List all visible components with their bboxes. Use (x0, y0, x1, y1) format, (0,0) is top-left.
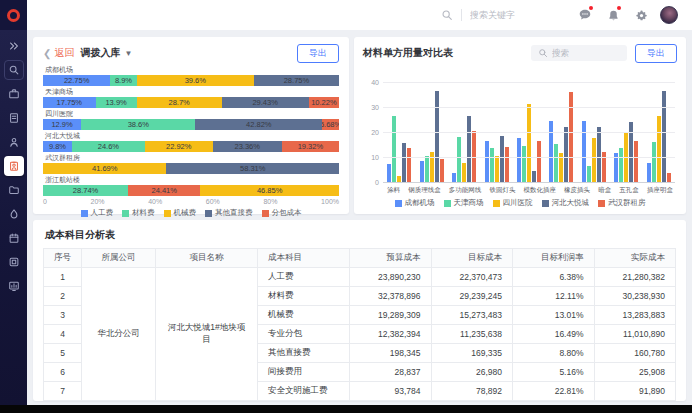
transfer-bar: 22.75%8.9%39.6%28.75% (43, 75, 339, 86)
bar-group (549, 83, 573, 183)
transfer-bar-row: 成都机场22.75%8.9%39.6%28.75% (43, 66, 339, 86)
legend-item[interactable]: 机械费 (164, 208, 197, 218)
legend-item[interactable]: 河北大悦城 (542, 198, 590, 208)
axis-tick-label: 100% (321, 198, 339, 205)
cell-actual: 25,908 (594, 363, 676, 382)
sidebar-item-packages[interactable] (4, 252, 24, 272)
axis-tick-label: 0 (363, 179, 379, 186)
export-button[interactable]: 导出 (635, 44, 677, 63)
column-header: 成本科目 (258, 249, 350, 268)
bar (387, 164, 391, 183)
legend-swatch (81, 210, 88, 217)
legend-item[interactable]: 分包成本 (262, 208, 302, 218)
transfer-bar-label: 四川医院 (43, 110, 339, 118)
segment-value: 29.43% (252, 98, 277, 107)
bar-segment: 24.6% (72, 141, 145, 152)
material-panel: 材料单方用量对比表 导出 010203040 涂料钢质理线盒多功能网线铁圆灯头模… (354, 37, 686, 214)
legend-item[interactable]: 材料费 (122, 208, 155, 218)
user-avatar[interactable] (660, 6, 678, 24)
search-icon[interactable] (441, 9, 453, 21)
bar-group (517, 83, 541, 183)
legend-item[interactable]: 成都机场 (395, 198, 435, 208)
export-button[interactable]: 导出 (297, 44, 339, 63)
bar-group (614, 83, 638, 183)
cell-no: 2 (44, 287, 82, 306)
global-search-input[interactable] (470, 10, 540, 20)
bar (592, 138, 596, 183)
sidebar-item-search[interactable] (4, 60, 24, 80)
transfer-chart: 成都机场22.75%8.9%39.6%28.75%天津商场17.75%13.9%… (43, 66, 339, 196)
bar (425, 156, 429, 184)
legend-item[interactable]: 四川医院 (493, 198, 533, 208)
material-panel-header: 材料单方用量对比表 导出 (363, 42, 677, 64)
notifications-button[interactable] (604, 6, 622, 24)
cell-subject: 材料费 (258, 287, 350, 306)
legend-swatch (542, 200, 549, 207)
app-logo[interactable] (0, 0, 27, 30)
bar-group (387, 83, 411, 183)
settings-button[interactable] (632, 6, 650, 24)
cell-margin: 5.16% (513, 363, 595, 382)
cell-budget: 93,784 (350, 382, 432, 401)
bar (517, 138, 521, 183)
charts-row: ❮ 返回 调拨入库 ▼ 导出 成都机场22.75%8.9%39.6%28.75%… (33, 37, 686, 214)
axis-tick-label: 40% (148, 198, 162, 205)
sidebar-item-reports[interactable] (4, 276, 24, 296)
box-icon (8, 256, 20, 268)
notification-badge (617, 6, 621, 10)
legend-item[interactable]: 其他直接费 (205, 208, 253, 218)
segment-value: 13.9% (105, 98, 126, 107)
bar (662, 91, 666, 184)
cell-no: 1 (44, 268, 82, 287)
transfer-panel-title: 调拨入库 (80, 46, 120, 60)
axis-tick-label: 10 (363, 154, 379, 161)
bar (462, 163, 466, 183)
bar-segment: 58.31% (166, 163, 339, 174)
material-search-input[interactable] (552, 48, 616, 58)
sidebar-item-documents[interactable] (4, 108, 24, 128)
cell-no: 3 (44, 306, 82, 325)
category-label: 多功能网线 (449, 186, 482, 195)
segment-value: 5.68% (322, 120, 339, 129)
legend-item[interactable]: 人工费 (81, 208, 114, 218)
bar (457, 137, 461, 183)
chevron-down-icon[interactable]: ▼ (124, 49, 132, 58)
cell-target: 78,892 (431, 382, 513, 401)
segment-value: 28.7% (169, 98, 190, 107)
transfer-bar-label: 浙江航站楼 (43, 176, 339, 184)
bar-segment: 28.75% (254, 75, 339, 86)
legend-swatch (493, 200, 500, 207)
legend-item[interactable]: 武汉群租房 (598, 198, 646, 208)
back-link[interactable]: 返回 (54, 46, 74, 60)
bar-segment: 5.68% (322, 119, 339, 130)
bar-segment: 22.75% (43, 75, 110, 86)
transfer-bar: 41.69%58.31% (43, 163, 339, 174)
topbar-right (441, 6, 692, 24)
transfer-legend: 人工费材料费机械费其他直接费分包成本 (43, 208, 339, 218)
segment-value: 28.74% (73, 186, 98, 195)
sidebar-item-files[interactable] (4, 180, 24, 200)
bar (652, 142, 656, 183)
legend-swatch (262, 210, 269, 217)
cell-actual: 160,780 (594, 344, 676, 363)
cell-target: 169,335 (431, 344, 513, 363)
cell-no: 7 (44, 382, 82, 401)
sidebar-item-collapse[interactable] (4, 36, 24, 56)
sidebar-item-projects[interactable] (4, 84, 24, 104)
bar (629, 122, 633, 183)
sidebar-item-cost-analysis[interactable] (4, 156, 24, 176)
cell-actual: 91,890 (594, 382, 676, 401)
back-chevron-icon[interactable]: ❮ (43, 48, 51, 59)
transfer-axis: 020%40%60%80%100% (43, 198, 339, 205)
legend-swatch (444, 200, 451, 207)
bar (634, 141, 638, 184)
sidebar-item-members[interactable] (4, 132, 24, 152)
legend-item[interactable]: 天津商场 (444, 198, 484, 208)
bar-segment: 39.6% (137, 75, 254, 86)
category-label: 模数化插座 (523, 186, 556, 195)
bar (527, 104, 531, 183)
sidebar-item-schedule[interactable] (4, 228, 24, 248)
bar-segment: 13.9% (96, 97, 137, 108)
sidebar-item-resources[interactable] (4, 204, 24, 224)
message-button[interactable] (576, 6, 594, 24)
